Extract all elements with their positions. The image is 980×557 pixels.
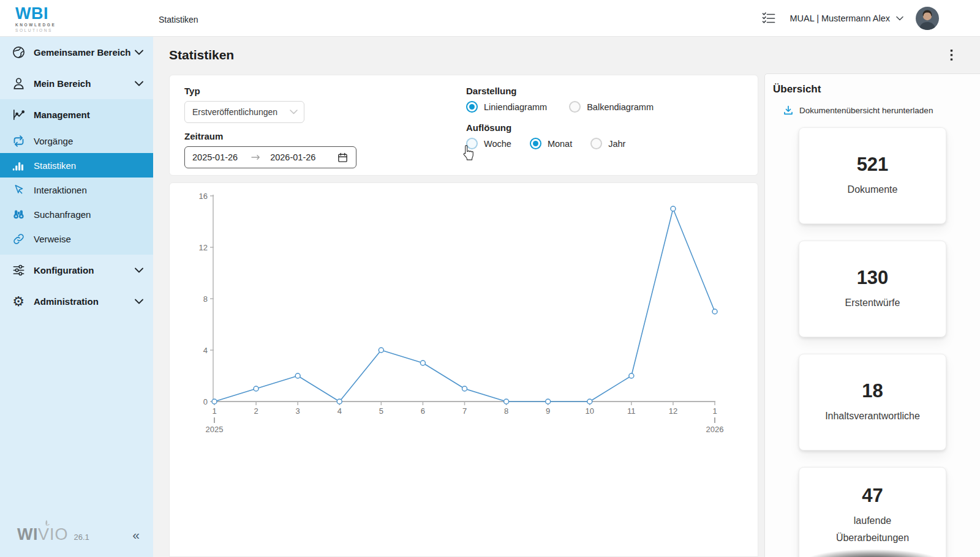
radio-monat[interactable]: Monat bbox=[530, 138, 572, 149]
svg-text:3: 3 bbox=[296, 406, 300, 416]
typ-select-value: Erstveröffentlichungen bbox=[192, 107, 290, 117]
overview-panel: Übersicht Dokumentenübersicht herunterla… bbox=[764, 73, 980, 557]
svg-text:4: 4 bbox=[203, 346, 208, 355]
svg-text:8: 8 bbox=[504, 406, 508, 416]
typ-select[interactable]: Erstveröffentlichungen bbox=[184, 101, 304, 123]
collapse-sidebar-button[interactable]: « bbox=[132, 528, 140, 541]
typ-label: Typ bbox=[184, 86, 466, 96]
stat-card-inhaltsverantwortliche: 18 Inhaltsverantwortliche bbox=[799, 354, 946, 450]
zeitraum-label: Zeitraum bbox=[184, 131, 466, 141]
chevron-down-icon bbox=[135, 267, 143, 273]
sidebar: Gemeinsamer Bereich Mein Bereich bbox=[0, 37, 153, 557]
stat-label: Erstentwürfe bbox=[828, 294, 918, 311]
sidebar-item-konfiguration[interactable]: Konfiguration bbox=[0, 255, 153, 286]
content-column: Typ Erstveröffentlichungen Zeitraum 2025… bbox=[153, 73, 764, 557]
wbi-logo: WBI KNOWLEDGE SOLUTIONS bbox=[15, 6, 56, 32]
date-to[interactable]: 2026-01-26 bbox=[270, 152, 315, 162]
stat-value: 130 bbox=[857, 267, 889, 289]
svg-text:2025: 2025 bbox=[206, 425, 224, 434]
calendar-icon[interactable] bbox=[337, 152, 349, 163]
task-list-icon[interactable] bbox=[761, 11, 776, 26]
wbi-logo-sub1: KNOWLEDGE bbox=[15, 23, 56, 28]
svg-text:8: 8 bbox=[203, 294, 208, 304]
sidebar-item-mein-bereich[interactable]: Mein Bereich bbox=[0, 68, 153, 99]
sidebar-item-label: Mein Bereich bbox=[34, 78, 91, 89]
stat-card-erstentwuerfe: 130 Erstentwürfe bbox=[799, 241, 946, 337]
sidebar-item-label: Verweise bbox=[34, 234, 71, 244]
sidebar-item-gemeinsamer-bereich[interactable]: Gemeinsamer Bereich bbox=[0, 37, 153, 68]
header-tab-statistiken[interactable]: Statistiken bbox=[159, 15, 198, 24]
radio-circle-hovered bbox=[466, 138, 478, 149]
sliders-icon bbox=[11, 263, 26, 278]
page-title: Statistiken bbox=[169, 48, 234, 62]
download-icon bbox=[783, 105, 794, 116]
binoculars-icon bbox=[11, 207, 26, 222]
chevron-down-icon bbox=[135, 81, 143, 86]
svg-text:5: 5 bbox=[379, 406, 383, 416]
sidebar-item-label: Statistiken bbox=[34, 160, 76, 171]
header-right-cluster: MUAL | Mustermann Alex bbox=[761, 0, 939, 37]
date-range-input[interactable]: 2025-01-26 2026-01-26 bbox=[184, 146, 356, 168]
top-bar: WBI KNOWLEDGE SOLUTIONS Statistiken MUAL… bbox=[0, 0, 980, 37]
chevron-down-icon bbox=[290, 110, 298, 114]
svg-text:0: 0 bbox=[203, 397, 208, 406]
user-name: MUAL | Mustermann Alex bbox=[790, 13, 890, 23]
chart-card: 0481216123456789101112120252026 bbox=[169, 182, 758, 557]
app-root: WBI KNOWLEDGE SOLUTIONS Statistiken MUAL… bbox=[0, 0, 980, 557]
sidebar-item-verweise[interactable]: Verweise bbox=[0, 226, 153, 251]
svg-text:4: 4 bbox=[337, 406, 342, 416]
radio-circle bbox=[590, 138, 602, 149]
svg-text:6: 6 bbox=[421, 406, 425, 416]
download-overview-link[interactable]: Dokumentenübersicht herunterladen bbox=[783, 105, 980, 116]
aufloesung-label: Auflösung bbox=[466, 122, 743, 133]
overview-title: Übersicht bbox=[773, 83, 980, 95]
sidebar-item-suchanfragen[interactable]: Suchanfragen bbox=[0, 202, 153, 226]
stat-value: 521 bbox=[857, 154, 889, 176]
svg-text:10: 10 bbox=[586, 406, 594, 416]
radio-balkendiagramm[interactable]: Balkendiagramm bbox=[569, 101, 654, 113]
wbi-logo-text: WBI bbox=[15, 6, 56, 22]
stat-value: 47 bbox=[862, 485, 883, 507]
sidebar-item-label: Gemeinsamer Bereich bbox=[34, 47, 130, 58]
gear-icon: ⚙ bbox=[11, 294, 26, 309]
svg-text:12: 12 bbox=[669, 406, 677, 416]
sidebar-item-label: Management bbox=[34, 110, 90, 120]
chevron-down-icon bbox=[896, 16, 903, 21]
chevron-down-icon bbox=[135, 50, 143, 55]
sidebar-item-label: Suchanfragen bbox=[34, 209, 91, 220]
radio-woche[interactable]: Woche bbox=[466, 138, 511, 149]
stat-value: 18 bbox=[862, 380, 883, 402]
radio-jahr[interactable]: Jahr bbox=[590, 138, 625, 149]
repeat-icon bbox=[11, 133, 26, 148]
radio-liniendiagramm[interactable]: Liniendiagramm bbox=[466, 101, 547, 113]
link-icon bbox=[11, 231, 26, 246]
sidebar-item-interaktionen[interactable]: Interaktionen bbox=[0, 178, 153, 202]
stat-label: Inhaltsverantwortliche bbox=[808, 408, 937, 424]
svg-text:2026: 2026 bbox=[706, 425, 724, 434]
stat-label: laufende Überarbeitungen bbox=[799, 512, 946, 545]
stat-card-ueberarbeitungen: 47 laufende Überarbeitungen bbox=[799, 467, 946, 557]
leaf-icon bbox=[42, 518, 51, 526]
user-menu[interactable]: MUAL | Mustermann Alex bbox=[790, 13, 903, 23]
svg-text:1: 1 bbox=[212, 406, 216, 416]
svg-text:11: 11 bbox=[627, 406, 636, 416]
sidebar-item-vorgaenge[interactable]: Vorgänge bbox=[0, 129, 153, 153]
svg-text:9: 9 bbox=[546, 406, 550, 416]
svg-text:1: 1 bbox=[712, 406, 717, 416]
person-icon bbox=[11, 77, 26, 91]
user-avatar[interactable] bbox=[916, 7, 939, 30]
chevron-down-icon bbox=[135, 299, 143, 304]
sidebar-footer: WIVIO 26.1 « bbox=[0, 512, 153, 557]
download-label: Dokumentenübersicht herunterladen bbox=[799, 106, 933, 115]
sidebar-group-management: Management Vorgänge bbox=[0, 99, 153, 255]
cursor-icon bbox=[11, 182, 26, 197]
radio-circle-checked bbox=[466, 101, 478, 113]
sidebar-item-management[interactable]: Management bbox=[0, 100, 153, 129]
date-from[interactable]: 2025-01-26 bbox=[192, 152, 238, 162]
sidebar-item-administration[interactable]: ⚙ Administration bbox=[0, 286, 153, 317]
kebab-menu-icon[interactable] bbox=[948, 47, 956, 64]
sidebar-item-statistiken[interactable]: Statistiken bbox=[0, 153, 153, 178]
sidebar-item-label: Konfiguration bbox=[34, 265, 94, 275]
stat-label: Dokumente bbox=[831, 181, 915, 198]
globe-icon bbox=[11, 45, 26, 60]
